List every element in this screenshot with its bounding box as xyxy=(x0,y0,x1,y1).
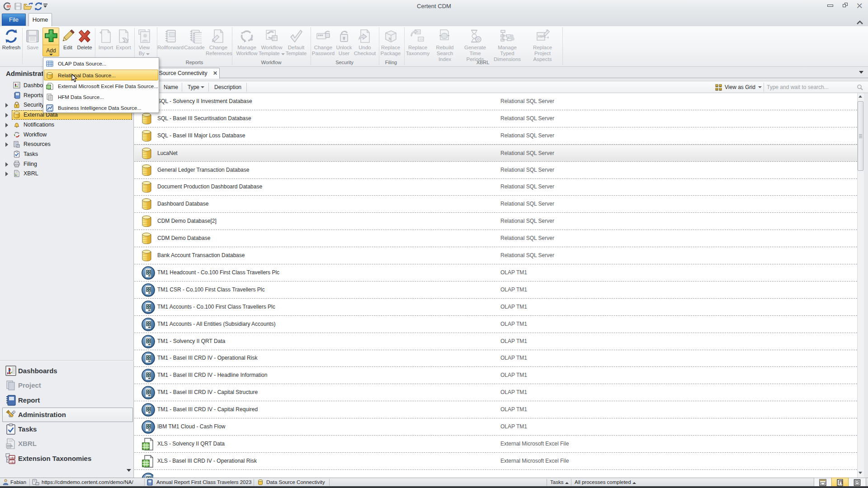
svg-text:x: x xyxy=(15,174,17,176)
svg-text:<>: <> xyxy=(420,38,423,41)
svg-text:<¢>: <¢> xyxy=(10,456,15,459)
svg-text:<¢>: <¢> xyxy=(10,461,15,464)
svg-text:XBRL: XBRL xyxy=(7,445,14,447)
svg-text:***: *** xyxy=(318,34,323,39)
